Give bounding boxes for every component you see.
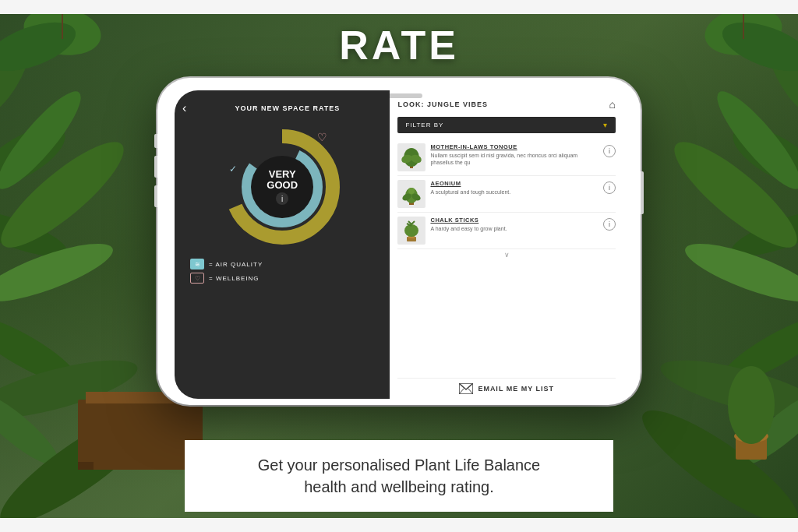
- left-panel-header: ‹ YOUR NEW SPACE RATES: [182, 101, 382, 115]
- space-title: YOUR NEW SPACE RATES: [192, 104, 382, 112]
- plant-desc-3: A hardy and easy to grow plant.: [430, 225, 598, 232]
- plant-item-2: AEONIUM A sculptural and tough succulent…: [397, 176, 616, 213]
- left-panel: ‹ YOUR NEW SPACE RATES ♡: [175, 90, 390, 399]
- filter-button[interactable]: FILTER BY ▾: [397, 117, 616, 133]
- mute-button: [154, 134, 157, 148]
- heart-icon: ♡: [317, 131, 327, 143]
- right-panel: LOOK: JUNGLE VIBES ⌂ FILTER BY ▾: [390, 90, 623, 399]
- svg-rect-29: [78, 400, 203, 470]
- plant-name-2: AEONIUM: [430, 180, 598, 187]
- phone-frame: ‹ YOUR NEW SPACE RATES ♡: [157, 78, 641, 405]
- plant-item-3: CHALK STICKS A hardy and easy to grow pl…: [397, 213, 616, 249]
- donut-chart: ♡ ✓ VERY GOOD i: [220, 125, 344, 249]
- email-button-label: EMAIL ME MY LIST: [478, 385, 554, 393]
- svg-point-44: [408, 188, 415, 194]
- donut-center: VERY GOOD i: [251, 156, 313, 218]
- home-icon[interactable]: ⌂: [609, 98, 616, 111]
- plant-name-1: MOTHER-IN-LAWS TONGUE: [430, 143, 598, 150]
- volume-down-button: [154, 185, 157, 207]
- look-title: LOOK: JUNGLE VIBES: [397, 100, 488, 108]
- plant-desc-2: A sculptural and tough succulent.: [430, 188, 598, 196]
- filter-label: FILTER BY: [405, 122, 443, 129]
- air-quality-label: = AIR QUALITY: [209, 261, 263, 268]
- caption-line1: Get your personalised Plant Life Balance: [258, 456, 540, 474]
- phone-screen: ‹ YOUR NEW SPACE RATES ♡: [175, 90, 623, 399]
- plant-desc-1: Nullam suscipit sem id nisl gravida, nec…: [430, 152, 598, 166]
- power-button: [641, 171, 644, 214]
- plant-info-2: AEONIUM A sculptural and tough succulent…: [430, 180, 598, 196]
- back-button[interactable]: ‹: [182, 101, 186, 115]
- rating-label-line1: VERY: [269, 169, 296, 180]
- wellbeing-label: = WELLBEING: [209, 275, 260, 282]
- plant-info-3: CHALK STICKS A hardy and easy to grow pl…: [430, 217, 598, 232]
- more-indicator: ∨: [397, 249, 616, 260]
- plant-list: MOTHER-IN-LAWS TONGUE Nullam suscipit se…: [397, 139, 616, 378]
- plant-info-button-2[interactable]: i: [603, 181, 616, 194]
- air-quality-icon: ≋: [190, 259, 204, 270]
- plant-name-3: CHALK STICKS: [430, 217, 598, 224]
- caption-line2: health and wellbeing rating.: [304, 478, 494, 495]
- plant-image-2: [397, 180, 425, 208]
- page-title: RATE: [339, 22, 459, 69]
- legend-item-wellbeing: ♡ = WELLBEING: [190, 273, 374, 284]
- caption-text: Get your personalised Plant Life Balance…: [208, 454, 590, 498]
- legend: ≋ = AIR QUALITY ♡ = WELLBEING: [182, 259, 382, 287]
- volume-up-button: [154, 156, 157, 178]
- email-icon: [459, 383, 473, 394]
- bottom-bar: [0, 518, 798, 532]
- right-header: LOOK: JUNGLE VIBES ⌂: [397, 98, 616, 111]
- email-my-list-button[interactable]: EMAIL ME MY LIST: [397, 378, 616, 394]
- svg-point-47: [404, 224, 418, 237]
- wellbeing-icon: ♡: [190, 273, 204, 284]
- svg-rect-31: [78, 462, 94, 470]
- check-icon: ✓: [229, 164, 237, 174]
- svg-line-52: [459, 389, 464, 394]
- phone-mockup: ‹ YOUR NEW SPACE RATES ♡: [157, 78, 641, 405]
- legend-item-air: ≋ = AIR QUALITY: [190, 259, 374, 270]
- bottom-caption: Get your personalised Plant Life Balance…: [185, 440, 613, 512]
- plant-info-button-3[interactable]: i: [603, 218, 616, 231]
- top-bar: [0, 0, 798, 14]
- rating-label-line2: GOOD: [267, 180, 298, 191]
- svg-line-53: [468, 389, 473, 394]
- rating-info-button[interactable]: i: [276, 192, 288, 205]
- plant-info-1: MOTHER-IN-LAWS TONGUE Nullam suscipit se…: [430, 143, 598, 166]
- plant-image-3: [397, 217, 425, 245]
- plant-item-1: MOTHER-IN-LAWS TONGUE Nullam suscipit se…: [397, 139, 616, 176]
- filter-chevron-icon: ▾: [603, 121, 608, 129]
- plant-info-button-1[interactable]: i: [603, 145, 616, 157]
- svg-line-49: [411, 221, 415, 224]
- svg-point-28: [728, 366, 775, 444]
- plant-image-1: [397, 143, 425, 171]
